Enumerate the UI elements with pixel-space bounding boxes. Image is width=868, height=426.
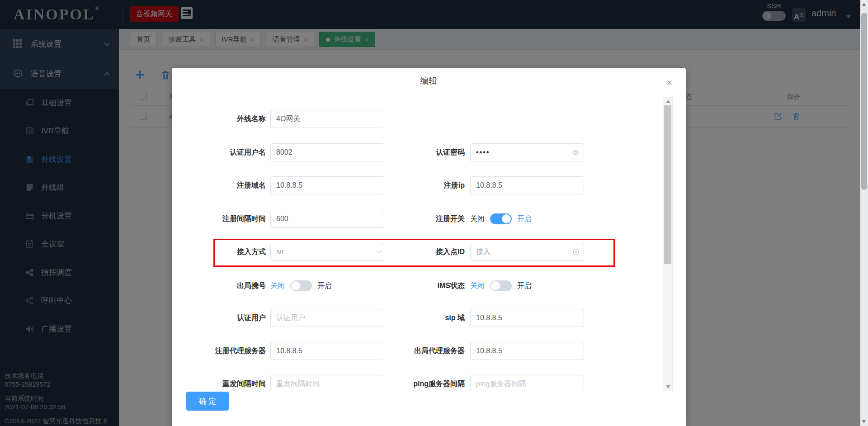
- switch-on-label: 开启: [517, 281, 532, 291]
- scrollbar-thumb[interactable]: [664, 105, 671, 264]
- field-label-auth-user: 认证用户: [172, 309, 266, 327]
- register-switch-toggle[interactable]: [490, 213, 512, 224]
- dialog-scrollbar[interactable]: [663, 97, 673, 391]
- field-label-sip-domain: sip 域: [344, 309, 465, 327]
- switch-on-label: 开启: [517, 214, 532, 224]
- scroll-down-arrow-icon[interactable]: [666, 385, 670, 388]
- ims-status-toggle[interactable]: [490, 280, 512, 291]
- field-label-outbound-number: 出局携号: [172, 277, 266, 295]
- form-row: 注册代理服务器 出局代理服务器: [172, 342, 663, 360]
- field-label-register-domain: 注册域名: [172, 176, 266, 194]
- form-row: 注册域名 注册ip: [172, 176, 663, 194]
- scrollbar-down-arrow-icon[interactable]: [862, 420, 866, 423]
- auth-password-input[interactable]: [470, 143, 584, 161]
- switch-off-label: 关闭: [470, 281, 485, 291]
- field-label-trunk-name: 外线名称: [172, 110, 266, 128]
- field-label-auth-username: 认证用户名: [172, 143, 266, 161]
- trunk-name-input[interactable]: [270, 110, 384, 128]
- outbound-number-toggle[interactable]: [290, 280, 312, 291]
- ping-interval-input[interactable]: [470, 375, 584, 391]
- register-switch-control: 关闭 开启: [470, 210, 532, 228]
- outbound-number-switch-control: 关闭 开启: [270, 277, 332, 295]
- access-point-id-input[interactable]: [470, 243, 584, 261]
- toggle-knob: [491, 281, 500, 290]
- field-label-register-interval: 注册间隔时间: [172, 210, 266, 228]
- field-label-register-ip: 注册ip: [344, 176, 465, 194]
- outbound-proxy-input[interactable]: [470, 342, 584, 360]
- form-row: 注册间隔时间 注册开关 关闭 开启: [172, 210, 663, 228]
- field-label-resend-interval: 重发间隔时间: [172, 375, 266, 391]
- close-icon[interactable]: ×: [666, 78, 672, 88]
- edit-dialog: 编辑 × 外线名称 认证用户名 认证密码: [172, 68, 686, 426]
- form-row: 认证用户名 认证密码: [172, 143, 663, 161]
- dialog-form: 外线名称 认证用户名 认证密码 注册域名: [172, 68, 663, 391]
- field-label-access-point-id: 接入点ID: [344, 243, 465, 261]
- form-row-highlighted: 接入方式 接入点ID: [172, 243, 663, 261]
- field-label-outbound-proxy: 出局代理服务器: [344, 342, 465, 360]
- form-row: 外线名称: [172, 110, 663, 128]
- field-label-register-switch: 注册开关: [344, 210, 465, 228]
- clear-icon[interactable]: [572, 248, 580, 256]
- confirm-button[interactable]: 确 定: [186, 392, 229, 411]
- field-label-register-proxy: 注册代理服务器: [172, 342, 266, 360]
- form-row: 重发间隔时间 ping服务器间隔: [172, 375, 663, 391]
- switch-off-label: 关闭: [270, 281, 285, 291]
- register-ip-input[interactable]: [470, 176, 584, 194]
- sip-domain-input[interactable]: [470, 309, 584, 327]
- switch-on-label: 开启: [317, 281, 332, 291]
- ims-status-switch-control: 关闭 开启: [470, 277, 532, 295]
- field-label-access-mode: 接入方式: [172, 243, 266, 261]
- field-label-ims-status: IMS状态: [344, 277, 465, 295]
- field-label-ping-interval: ping服务器间隔: [344, 375, 465, 391]
- switch-off-label: 关闭: [470, 214, 485, 224]
- browser-scrollbar[interactable]: [860, 0, 868, 426]
- toggle-knob: [291, 281, 300, 290]
- scroll-up-arrow-icon[interactable]: [666, 100, 670, 103]
- form-row: 出局携号 关闭 开启 IMS状态 关闭 开启: [172, 277, 663, 295]
- eye-icon[interactable]: [572, 149, 580, 156]
- form-row: 认证用户 sip 域: [172, 309, 663, 327]
- field-label-auth-password: 认证密码: [344, 143, 465, 161]
- browser-scrollbar-thumb[interactable]: [861, 13, 867, 190]
- toggle-knob: [502, 214, 511, 223]
- scrollbar-up-arrow-icon[interactable]: [862, 3, 866, 6]
